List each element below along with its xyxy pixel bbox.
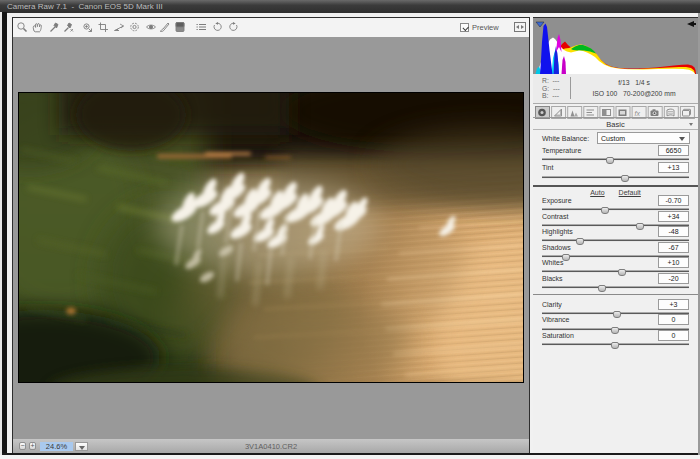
svg-text:fx: fx <box>635 110 641 117</box>
